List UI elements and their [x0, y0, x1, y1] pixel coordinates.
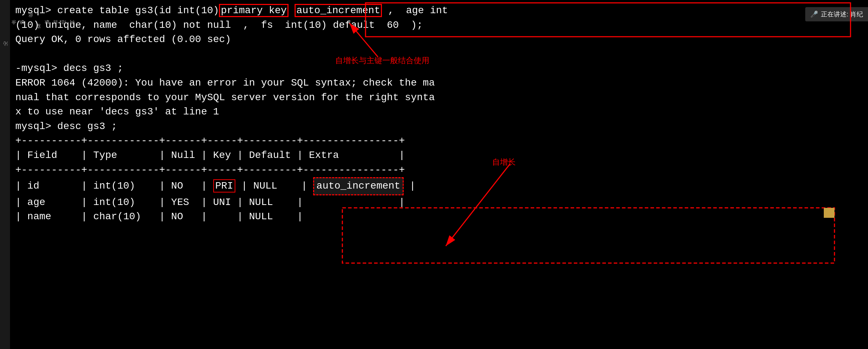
primary-key-highlight: primary key: [219, 4, 289, 17]
auto-increment-highlight: auto_increment: [295, 4, 382, 17]
line-blank1: [15, 47, 868, 62]
table-row-age: | age | int(10) | YES | UNI | NULL | |: [15, 195, 868, 210]
speaking-label: 正在讲述: 肖纪: [821, 10, 863, 19]
line-desc: mysql> desc gs3 ;: [15, 119, 868, 134]
line-create-table-2: (10) unique, name char(10) not null , fs…: [15, 18, 868, 33]
line-error3: x to use near 'decs gs3' at line 1: [15, 105, 868, 119]
left-sidebar: 沁 余缺 此 se缺 自 结构: [0, 0, 10, 349]
table-sep2: +----------+------------+------+-----+--…: [15, 163, 868, 178]
line-decs: -mysql> decs gs3 ;: [15, 61, 868, 76]
line-create-table: mysql> create table gs3(id int(10)primar…: [15, 4, 868, 18]
speaking-indicator: 🎤 正在讲述: 肖纪: [805, 7, 868, 21]
table-header: | Field | Type | Null | Key | Default | …: [15, 148, 868, 163]
auto-increment-cell: auto_increment: [313, 177, 403, 195]
annotation-auto-increment-combined: 自增长与主键一般结合使用: [335, 55, 429, 66]
table-row-id: | id | int(10) | NO | PRI | NULL | auto_…: [15, 177, 868, 195]
content-area: mysql> create table gs3(id int(10)primar…: [14, 4, 868, 224]
mic-icon: 🎤: [810, 10, 818, 18]
line-query-ok: Query OK, 0 rows affected (0.00 sec): [15, 32, 868, 47]
line-error2: nual that corresponds to your MySQL serv…: [15, 91, 868, 105]
table-row-name: | name | char(10) | NO | | NULL |: [15, 210, 868, 224]
terminal: 沁 余缺 此 se缺 自 结构 mysql> create table gs3(…: [0, 0, 868, 349]
annotation-auto-increment: 自增长: [492, 157, 516, 168]
pri-key-cell: PRI: [213, 179, 235, 193]
table-sep1: +----------+------------+------+-----+--…: [15, 134, 868, 148]
line-error1: ERROR 1064 (42000): You have an error in…: [15, 76, 868, 91]
